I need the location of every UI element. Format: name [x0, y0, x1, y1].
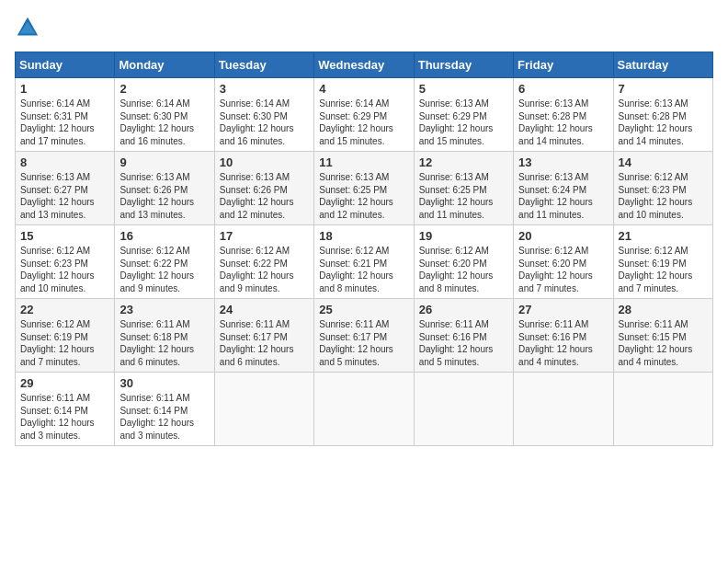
day-number: 27 — [518, 303, 608, 316]
day-info: Sunrise: 6:12 AM Sunset: 6:19 PM Dayligh… — [20, 318, 109, 368]
day-info: Sunrise: 6:11 AM Sunset: 6:17 PM Dayligh… — [220, 318, 309, 368]
day-info: Sunrise: 6:11 AM Sunset: 6:15 PM Dayligh… — [619, 318, 708, 368]
calendar-cell: 29 Sunrise: 6:11 AM Sunset: 6:14 PM Dayl… — [16, 373, 115, 446]
day-number: 19 — [419, 229, 508, 243]
day-number: 23 — [119, 303, 209, 316]
day-info: Sunrise: 6:13 AM Sunset: 6:25 PM Dayligh… — [319, 171, 408, 221]
calendar-cell: 28 Sunrise: 6:11 AM Sunset: 6:15 PM Dayl… — [613, 299, 712, 373]
day-info: Sunrise: 6:12 AM Sunset: 6:20 PM Dayligh… — [518, 245, 608, 294]
calendar-cell: 25 Sunrise: 6:11 AM Sunset: 6:17 PM Dayl… — [314, 299, 414, 373]
day-number: 15 — [20, 229, 109, 243]
calendar-week-row: 8 Sunrise: 6:13 AM Sunset: 6:27 PM Dayli… — [16, 152, 713, 225]
day-number: 1 — [20, 82, 109, 96]
day-info: Sunrise: 6:12 AM Sunset: 6:23 PM Dayligh… — [619, 171, 708, 221]
day-number: 24 — [220, 303, 309, 316]
calendar-cell: 16 Sunrise: 6:12 AM Sunset: 6:22 PM Dayl… — [115, 225, 214, 299]
day-info: Sunrise: 6:13 AM Sunset: 6:24 PM Dayligh… — [518, 171, 608, 221]
calendar-cell — [514, 373, 613, 446]
day-number: 6 — [518, 82, 608, 96]
day-info: Sunrise: 6:11 AM Sunset: 6:14 PM Dayligh… — [20, 392, 109, 442]
calendar-week-row: 1 Sunrise: 6:14 AM Sunset: 6:31 PM Dayli… — [16, 78, 713, 152]
calendar-table: SundayMondayTuesdayWednesdayThursdayFrid… — [15, 52, 713, 446]
day-info: Sunrise: 6:14 AM Sunset: 6:29 PM Dayligh… — [319, 98, 408, 147]
calendar-cell: 2 Sunrise: 6:14 AM Sunset: 6:30 PM Dayli… — [115, 78, 214, 152]
day-info: Sunrise: 6:12 AM Sunset: 6:22 PM Dayligh… — [220, 245, 309, 294]
calendar-cell: 10 Sunrise: 6:13 AM Sunset: 6:26 PM Dayl… — [214, 152, 313, 225]
calendar-cell: 9 Sunrise: 6:13 AM Sunset: 6:26 PM Dayli… — [115, 152, 214, 225]
day-info: Sunrise: 6:12 AM Sunset: 6:19 PM Dayligh… — [619, 245, 708, 294]
day-number: 29 — [20, 376, 109, 390]
day-number: 7 — [619, 82, 708, 96]
calendar-cell: 12 Sunrise: 6:13 AM Sunset: 6:25 PM Dayl… — [414, 152, 513, 225]
day-info: Sunrise: 6:13 AM Sunset: 6:27 PM Dayligh… — [20, 171, 109, 221]
day-number: 10 — [220, 155, 309, 169]
calendar-cell: 26 Sunrise: 6:11 AM Sunset: 6:16 PM Dayl… — [414, 299, 513, 373]
calendar-cell: 21 Sunrise: 6:12 AM Sunset: 6:19 PM Dayl… — [613, 225, 712, 299]
calendar-cell: 11 Sunrise: 6:13 AM Sunset: 6:25 PM Dayl… — [314, 152, 414, 225]
logo — [15, 15, 44, 40]
page-header — [15, 15, 713, 40]
day-number: 22 — [20, 303, 109, 316]
day-info: Sunrise: 6:13 AM Sunset: 6:28 PM Dayligh… — [518, 98, 608, 147]
day-number: 5 — [419, 82, 508, 96]
calendar-cell: 30 Sunrise: 6:11 AM Sunset: 6:14 PM Dayl… — [115, 373, 214, 446]
day-info: Sunrise: 6:11 AM Sunset: 6:16 PM Dayligh… — [419, 318, 508, 368]
day-info: Sunrise: 6:13 AM Sunset: 6:29 PM Dayligh… — [419, 98, 508, 147]
col-header-monday: Monday — [115, 52, 214, 78]
day-info: Sunrise: 6:13 AM Sunset: 6:26 PM Dayligh… — [220, 171, 309, 221]
col-header-friday: Friday — [514, 52, 613, 78]
calendar-cell: 18 Sunrise: 6:12 AM Sunset: 6:21 PM Dayl… — [314, 225, 414, 299]
day-number: 12 — [419, 155, 508, 169]
calendar-cell: 20 Sunrise: 6:12 AM Sunset: 6:20 PM Dayl… — [514, 225, 613, 299]
day-number: 26 — [419, 303, 508, 316]
col-header-thursday: Thursday — [414, 52, 513, 78]
calendar-cell: 27 Sunrise: 6:11 AM Sunset: 6:16 PM Dayl… — [514, 299, 613, 373]
logo-icon — [15, 15, 40, 40]
calendar-cell: 17 Sunrise: 6:12 AM Sunset: 6:22 PM Dayl… — [214, 225, 313, 299]
calendar-week-row: 22 Sunrise: 6:12 AM Sunset: 6:19 PM Dayl… — [16, 299, 713, 373]
day-number: 18 — [319, 229, 408, 243]
calendar-cell: 6 Sunrise: 6:13 AM Sunset: 6:28 PM Dayli… — [514, 78, 613, 152]
col-header-sunday: Sunday — [16, 52, 115, 78]
day-info: Sunrise: 6:12 AM Sunset: 6:22 PM Dayligh… — [119, 245, 209, 294]
col-header-wednesday: Wednesday — [314, 52, 414, 78]
day-info: Sunrise: 6:12 AM Sunset: 6:21 PM Dayligh… — [319, 245, 408, 294]
day-number: 14 — [619, 155, 708, 169]
col-header-tuesday: Tuesday — [214, 52, 313, 78]
calendar-cell: 1 Sunrise: 6:14 AM Sunset: 6:31 PM Dayli… — [16, 78, 115, 152]
day-number: 25 — [319, 303, 408, 316]
day-number: 28 — [619, 303, 708, 316]
calendar-cell: 13 Sunrise: 6:13 AM Sunset: 6:24 PM Dayl… — [514, 152, 613, 225]
day-number: 20 — [518, 229, 608, 243]
day-info: Sunrise: 6:14 AM Sunset: 6:30 PM Dayligh… — [119, 98, 209, 147]
day-info: Sunrise: 6:13 AM Sunset: 6:25 PM Dayligh… — [419, 171, 508, 221]
calendar-header-row: SundayMondayTuesdayWednesdayThursdayFrid… — [16, 52, 713, 78]
day-number: 9 — [119, 155, 209, 169]
calendar-cell — [414, 373, 513, 446]
calendar-cell: 4 Sunrise: 6:14 AM Sunset: 6:29 PM Dayli… — [314, 78, 414, 152]
col-header-saturday: Saturday — [613, 52, 712, 78]
calendar-cell — [613, 373, 712, 446]
calendar-cell: 19 Sunrise: 6:12 AM Sunset: 6:20 PM Dayl… — [414, 225, 513, 299]
calendar-cell: 7 Sunrise: 6:13 AM Sunset: 6:28 PM Dayli… — [613, 78, 712, 152]
day-info: Sunrise: 6:11 AM Sunset: 6:14 PM Dayligh… — [119, 392, 209, 442]
day-info: Sunrise: 6:14 AM Sunset: 6:30 PM Dayligh… — [220, 98, 309, 147]
calendar-cell: 3 Sunrise: 6:14 AM Sunset: 6:30 PM Dayli… — [214, 78, 313, 152]
day-info: Sunrise: 6:13 AM Sunset: 6:26 PM Dayligh… — [119, 171, 209, 221]
day-info: Sunrise: 6:11 AM Sunset: 6:16 PM Dayligh… — [518, 318, 608, 368]
calendar-cell: 22 Sunrise: 6:12 AM Sunset: 6:19 PM Dayl… — [16, 299, 115, 373]
day-number: 8 — [20, 155, 109, 169]
day-number: 4 — [319, 82, 408, 96]
day-number: 21 — [619, 229, 708, 243]
calendar-cell: 23 Sunrise: 6:11 AM Sunset: 6:18 PM Dayl… — [115, 299, 214, 373]
day-number: 16 — [119, 229, 209, 243]
day-number: 11 — [319, 155, 408, 169]
calendar-cell — [214, 373, 313, 446]
day-info: Sunrise: 6:14 AM Sunset: 6:31 PM Dayligh… — [20, 98, 109, 147]
day-info: Sunrise: 6:11 AM Sunset: 6:17 PM Dayligh… — [319, 318, 408, 368]
day-number: 17 — [220, 229, 309, 243]
calendar-week-row: 15 Sunrise: 6:12 AM Sunset: 6:23 PM Dayl… — [16, 225, 713, 299]
day-info: Sunrise: 6:12 AM Sunset: 6:23 PM Dayligh… — [20, 245, 109, 294]
calendar-cell — [314, 373, 414, 446]
day-info: Sunrise: 6:13 AM Sunset: 6:28 PM Dayligh… — [619, 98, 708, 147]
